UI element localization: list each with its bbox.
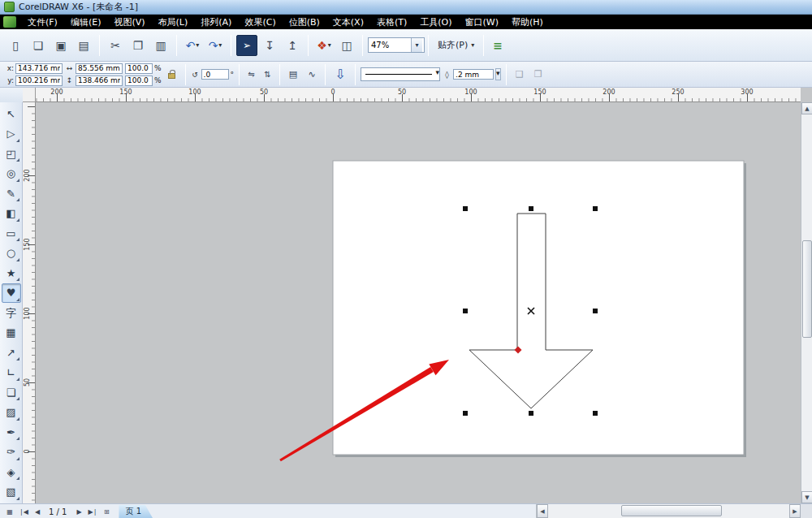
outline-pen-tool[interactable]: ✑ — [2, 442, 21, 462]
perfect-shapes-picker-button[interactable]: ⇩ — [330, 66, 350, 84]
menu-item[interactable]: 文件(F) — [21, 15, 64, 30]
canvas-area[interactable] — [36, 102, 801, 503]
menu-item[interactable]: 排列(A) — [194, 15, 238, 30]
selection-handle[interactable] — [593, 206, 598, 211]
wrap-paragraph-text-button[interactable]: ▤ — [285, 66, 301, 84]
eyedropper-tool[interactable]: ✒ — [2, 422, 21, 442]
scroll-up-button[interactable]: ▲ — [801, 102, 812, 114]
table-tool[interactable]: ▦ — [2, 323, 21, 343]
outline-width-caret-icon[interactable]: ▾ — [495, 68, 501, 80]
basic-shapes-tool[interactable]: ♥ — [2, 283, 21, 303]
vertical-scroll-thumb[interactable] — [802, 240, 812, 338]
selection-handle[interactable] — [593, 309, 598, 313]
options-button[interactable]: ≡ — [487, 35, 508, 56]
previous-page-button[interactable]: ◀ — [31, 506, 43, 518]
save-button[interactable]: ▣ — [50, 35, 71, 56]
convert-to-curves-button[interactable]: ∿ — [304, 66, 320, 84]
fill-tool[interactable]: ◈ — [2, 462, 21, 481]
next-page-button[interactable]: ▶ — [72, 506, 84, 518]
menu-item[interactable]: 窗口(W) — [459, 15, 505, 30]
drawing-canvas[interactable] — [36, 102, 801, 503]
open-button[interactable]: ❏ — [28, 35, 49, 56]
to-front-button[interactable]: ❑ — [512, 66, 528, 84]
menu-item[interactable]: 位图(B) — [283, 15, 326, 30]
new-document-button[interactable]: ▯ — [5, 35, 26, 56]
ruler-origin-corner[interactable] — [23, 88, 36, 102]
search-content-button[interactable]: ➢ — [236, 35, 257, 56]
mirror-vertical-button[interactable]: ⇅ — [261, 68, 274, 81]
menu-item[interactable]: 工具(O) — [413, 15, 458, 30]
shape-tool[interactable]: ▷ — [2, 124, 21, 144]
last-page-button[interactable]: ▶❘ — [86, 506, 98, 518]
zoom-tool[interactable]: ◎ — [2, 164, 21, 183]
polygon-tool[interactable]: ★ — [2, 263, 21, 283]
horizontal-scroll-thumb[interactable] — [621, 505, 722, 516]
object-height-input[interactable] — [76, 76, 123, 86]
scale-y-input[interactable] — [125, 76, 153, 86]
menu-item[interactable]: 文本(X) — [326, 15, 370, 30]
add-page-button[interactable]: ⊞ — [100, 506, 112, 518]
rotation-angle-input[interactable] — [201, 69, 229, 80]
mirror-horizontal-button[interactable]: ⇋ — [244, 68, 258, 81]
cut-button[interactable]: ✂ — [105, 35, 126, 56]
paste-button[interactable]: ▥ — [150, 35, 171, 56]
zoom-dropdown-caret-icon[interactable]: ▾ — [411, 38, 422, 52]
selection-handle[interactable] — [463, 309, 468, 313]
menu-item[interactable]: 帮助(H) — [505, 15, 550, 30]
outline-style-caret-icon[interactable]: ▾ — [436, 68, 440, 80]
shadow-tool[interactable]: ▨ — [2, 403, 21, 422]
vertical-scrollbar[interactable]: ▲ ▼ — [801, 102, 812, 503]
selection-handle[interactable] — [593, 411, 598, 416]
to-back-button[interactable]: ❒ — [530, 66, 546, 84]
object-width-input[interactable] — [76, 63, 123, 74]
menu-item[interactable]: 效果(C) — [238, 15, 282, 30]
blend-tool[interactable]: ❏ — [2, 382, 21, 402]
selection-handle[interactable] — [463, 411, 468, 416]
scale-x-input[interactable] — [125, 63, 153, 74]
interactive-fill-tool[interactable]: ▧ — [2, 482, 21, 502]
print-button[interactable]: ▤ — [73, 35, 94, 56]
pick-tool[interactable]: ↖ — [2, 104, 21, 123]
menu-item[interactable]: 布局(L) — [152, 15, 195, 30]
ellipse-tool[interactable]: ○ — [2, 244, 21, 263]
copy-button[interactable]: ❐ — [127, 35, 149, 56]
export-button[interactable]: ↥ — [282, 35, 303, 56]
scroll-right-button[interactable]: ▶ — [789, 504, 801, 518]
horizontal-scrollbar[interactable]: ◀ ▶ — [536, 504, 801, 518]
undo-dropdown-caret-icon[interactable]: ▾ — [196, 42, 199, 49]
application-launcher-dropdown-caret-icon[interactable]: ▾ — [328, 42, 331, 49]
crop-tool[interactable]: ◰ — [2, 144, 21, 163]
snap-to-button[interactable]: 贴齐(P) ▾ — [432, 37, 480, 54]
selection-handle[interactable] — [463, 206, 468, 211]
scroll-down-button[interactable]: ▼ — [801, 491, 812, 503]
vertical-ruler[interactable]: 200150100500 — [23, 102, 36, 503]
menu-item[interactable]: 表格(T) — [370, 15, 413, 30]
zoom-levels-combo[interactable]: ▾ — [368, 37, 425, 53]
undo-button[interactable]: ↶▾ — [182, 35, 203, 56]
redo-button[interactable]: ↷▾ — [205, 35, 226, 56]
horizontal-ruler[interactable]: 20015010050050100150200250300 — [36, 88, 801, 102]
application-launcher-button[interactable]: ❖▾ — [313, 35, 335, 56]
outline-style-combo[interactable]: ▾ — [361, 67, 440, 81]
page-tab[interactable]: 页 1 — [119, 505, 153, 518]
text-tool[interactable]: 字 — [2, 303, 21, 322]
outline-width-input[interactable] — [453, 69, 494, 80]
first-page-button[interactable]: ❘◀ — [17, 506, 29, 518]
dimension-tool[interactable]: ↗ — [2, 343, 21, 362]
page-sorter-button[interactable]: ▦ — [3, 506, 15, 518]
selection-handle[interactable] — [529, 206, 533, 211]
welcome-screen-button[interactable]: ◫ — [336, 35, 357, 56]
rectangle-tool[interactable]: ▭ — [2, 223, 21, 243]
menu-item[interactable]: 视图(V) — [107, 15, 151, 30]
menu-item[interactable]: 编辑(E) — [64, 15, 108, 30]
redo-dropdown-caret-icon[interactable]: ▾ — [218, 42, 222, 49]
selection-handle[interactable] — [529, 411, 533, 416]
x-position-input[interactable] — [15, 63, 63, 74]
zoom-level-input[interactable] — [369, 38, 411, 52]
lock-ratio-button[interactable] — [164, 66, 180, 84]
connector-tool[interactable]: ∟ — [2, 363, 21, 382]
import-button[interactable]: ↧ — [259, 35, 280, 56]
smart-fill-tool[interactable]: ◧ — [2, 204, 21, 223]
freehand-tool[interactable]: ✎ — [2, 183, 21, 203]
scroll-left-button[interactable]: ◀ — [537, 504, 548, 518]
